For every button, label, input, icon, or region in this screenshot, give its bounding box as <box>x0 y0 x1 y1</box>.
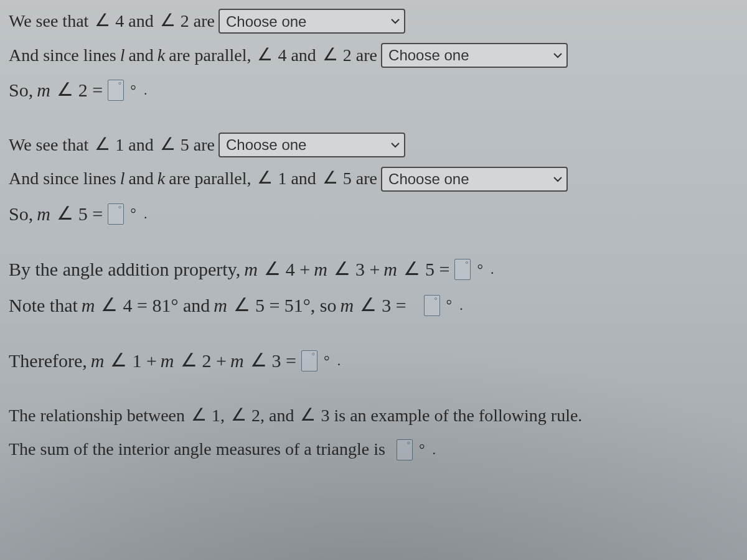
text: 3 = <box>272 347 296 375</box>
text: 3 = <box>382 292 406 319</box>
measure-m: m <box>91 347 105 375</box>
measure-m: m <box>37 200 50 228</box>
text: 5 = <box>425 256 449 283</box>
text: So, <box>9 200 33 228</box>
text: 4 and <box>278 43 316 68</box>
measure-m: m <box>161 347 174 375</box>
line-k: k <box>157 166 165 192</box>
angle-icon: ∠ <box>403 255 420 282</box>
degree-icon: ° <box>465 258 468 270</box>
angle-icon: ∠ <box>231 403 247 428</box>
text: . <box>144 204 148 224</box>
measure-m: m <box>82 292 95 319</box>
text: 1, <box>212 403 225 429</box>
angle-icon: ∠ <box>334 255 350 282</box>
text: We see that <box>9 9 88 34</box>
angle-icon: ∠ <box>322 166 338 191</box>
measure-m: m <box>37 77 50 104</box>
text: And since lines <box>9 43 116 68</box>
angle-icon: ∠ <box>360 291 377 319</box>
line-l: l <box>120 43 125 68</box>
degree-icon: ° <box>130 80 136 101</box>
text: 4 and <box>115 9 153 34</box>
text: . <box>459 296 463 315</box>
text: 5 = <box>78 200 103 228</box>
angle-icon: ∠ <box>264 255 281 282</box>
measure-m: m <box>244 256 258 283</box>
text: And since lines <box>9 166 116 192</box>
dropdown-angles-4-2-rel[interactable]: Choose one <box>381 43 568 68</box>
text: 4 + <box>286 256 310 283</box>
dropdown-angles-4-2-type[interactable]: Choose one <box>218 9 405 34</box>
angle-icon: ∠ <box>160 8 176 34</box>
input-m-angle-5[interactable]: ° <box>108 203 124 225</box>
angle-icon: ∠ <box>57 200 73 227</box>
text: The sum of the interior angle measures o… <box>9 437 385 462</box>
text: 3 + <box>355 256 380 283</box>
text: and <box>128 43 153 68</box>
degree-icon: ° <box>118 79 121 91</box>
degree-icon: ° <box>419 439 425 460</box>
text: 5 = 51°, so <box>255 292 337 319</box>
line-b2-3: So, m ∠ 5 = ° ° . <box>9 200 738 228</box>
input-m-angle-2[interactable]: ° <box>108 80 124 101</box>
text: 3 is an example of the following rule. <box>321 403 582 429</box>
angle-icon: ∠ <box>250 347 267 374</box>
degree-icon: ° <box>446 294 453 316</box>
dropdown-angles-1-5-type[interactable]: Choose one <box>218 133 405 157</box>
text: 5 are <box>343 166 377 192</box>
degree-icon: ° <box>407 439 410 450</box>
line-k: k <box>157 43 165 68</box>
line-b2-1: We see that ∠ 1 and ∠ 5 are Choose one <box>9 133 738 158</box>
line-b1-2: And since lines l and k are parallel, ∠ … <box>9 43 738 68</box>
input-angle-sum-123[interactable]: ° <box>301 350 317 371</box>
dropdown-angles-1-5-rel[interactable]: Choose one <box>381 167 568 192</box>
angle-icon: ∠ <box>101 291 118 319</box>
text: The relationship between <box>9 403 185 429</box>
degree-icon: ° <box>130 203 136 225</box>
measure-m: m <box>340 292 354 319</box>
angle-icon: ∠ <box>110 347 127 374</box>
line-b3-1: By the angle addition property, m ∠ 4 + … <box>9 256 738 283</box>
measure-m: m <box>214 292 227 319</box>
text: 1 + <box>132 347 156 375</box>
text: are parallel, <box>169 43 251 68</box>
line-l: l <box>120 166 125 192</box>
input-m-angle-3[interactable]: ° <box>424 295 440 316</box>
text: 1 and <box>278 166 316 192</box>
line-b4-1: Therefore, m ∠ 1 + m ∠ 2 + m ∠ 3 = ° ° . <box>9 347 738 375</box>
text: So, <box>9 77 33 104</box>
measure-m: m <box>383 256 397 283</box>
input-triangle-sum[interactable]: ° <box>397 439 413 460</box>
line-b1-3: So, m ∠ 2 = ° ° . <box>9 77 738 104</box>
input-angle-sum-345[interactable]: ° <box>454 259 471 280</box>
degree-icon: ° <box>434 294 437 306</box>
text: . <box>337 351 341 371</box>
text: Note that <box>9 292 78 319</box>
text: 1 and <box>115 133 153 158</box>
text: 2 = <box>78 77 103 104</box>
text: . <box>144 80 148 100</box>
line-b1-1: We see that ∠ 4 and ∠ 2 are Choose one <box>9 9 738 34</box>
text: Therefore, <box>9 347 87 375</box>
degree-icon: ° <box>324 350 330 372</box>
text: . <box>433 440 436 460</box>
angle-icon: ∠ <box>191 403 207 428</box>
text: 4 = 81° and <box>123 292 210 319</box>
angle-icon: ∠ <box>257 166 273 191</box>
text: and <box>128 166 153 192</box>
angle-icon: ∠ <box>233 291 250 319</box>
measure-m: m <box>314 256 327 283</box>
text: 5 are <box>181 133 215 158</box>
line-b2-2: And since lines l and k are parallel, ∠ … <box>9 166 738 192</box>
text: 2 are <box>181 9 215 34</box>
text: We see that <box>9 133 88 158</box>
angle-icon: ∠ <box>257 42 273 68</box>
angle-icon: ∠ <box>95 132 110 157</box>
degree-icon: ° <box>477 259 483 281</box>
line-b5-1: The relationship between ∠ 1, ∠ 2, and ∠… <box>9 403 738 429</box>
angle-icon: ∠ <box>300 403 316 428</box>
angle-icon: ∠ <box>57 76 73 103</box>
line-b3-2: Note that m ∠ 4 = 81° and m ∠ 5 = 51°, s… <box>9 292 738 319</box>
angle-icon: ∠ <box>322 42 338 68</box>
